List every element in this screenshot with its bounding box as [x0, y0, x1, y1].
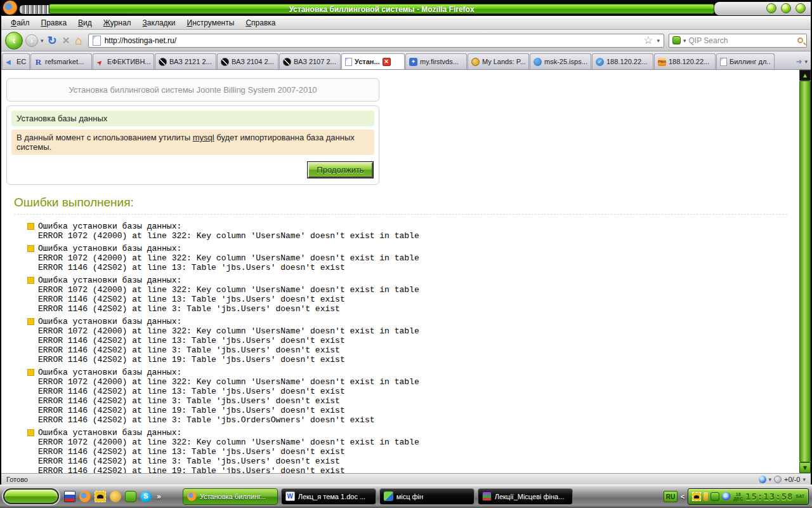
compass-favicon-icon: ✦ — [409, 58, 417, 66]
error-line: ERROR 1146 (42S02) at line 19: Table 'jb… — [38, 355, 419, 364]
tab-188-120-pma[interactable]: PMA 188.120.22... — [654, 53, 716, 69]
skype-shortcut-icon[interactable]: S — [140, 491, 152, 502]
menu-bookmarks[interactable]: Закладки — [137, 17, 181, 29]
menu-history[interactable]: Журнал — [98, 17, 137, 29]
tab-vaz-2121[interactable]: ВАЗ 2121 2... — [155, 53, 216, 69]
menu-edit[interactable]: Правка — [36, 17, 73, 29]
taskbar-button-lectures[interactable]: Лекції_Місцеві фіна... — [478, 488, 573, 505]
tab-msk25[interactable]: msk-25.isps... — [530, 53, 591, 69]
tab-firstvds[interactable]: ✦ my.firstvds... — [405, 53, 467, 69]
close-button[interactable] — [796, 3, 806, 13]
tray-clock-panel: 18 ДЕС 15:13:58 SAT — [688, 488, 809, 505]
step-note: В данный момент с использованием утилиты… — [11, 130, 374, 155]
history-dropdown-icon[interactable]: ▾ — [41, 37, 44, 44]
tab-es[interactable]: ◀ ЕС... — [2, 53, 30, 69]
folder-icon — [384, 491, 393, 501]
vaz-favicon-icon — [159, 58, 167, 66]
quick-launch-overflow-icon[interactable]: » — [155, 492, 162, 501]
firefox-shortcut-icon[interactable] — [79, 491, 91, 502]
counter-dropdown-icon[interactable]: ▾ — [802, 476, 806, 483]
thebat-shortcut-icon[interactable] — [95, 491, 106, 502]
vaz-favicon-icon — [221, 58, 229, 66]
mysql-link[interactable]: mysql — [193, 133, 214, 142]
tab-vaz-2104[interactable]: ВАЗ 2104 2... — [217, 53, 278, 69]
scroll-down-icon[interactable]: ▼ — [799, 462, 811, 473]
tab-ustanovka-active[interactable]: Устан... ✕ — [341, 53, 405, 69]
search-box: ▾ — [669, 34, 807, 48]
tab-overflow-controls: ➜ ▾ — [796, 57, 810, 69]
error-line: ERROR 1146 (42S02) at line 19: Table 'jb… — [38, 466, 419, 473]
icq-shortcut-icon[interactable] — [110, 491, 121, 502]
firefox-logo-icon[interactable] — [3, 1, 17, 15]
search-engine-dropdown-icon[interactable]: ▾ — [683, 37, 686, 44]
continue-button[interactable]: Продолжить — [308, 162, 373, 178]
search-icon[interactable] — [797, 37, 803, 43]
error-line: ERROR 1072 (42000) at line 322: Key colu… — [38, 438, 419, 447]
minimize-button[interactable] — [766, 3, 776, 13]
search-input[interactable] — [689, 36, 795, 45]
window-title-strip: Установка биллинговой системы - Mozilla … — [49, 4, 714, 14]
maximize-button[interactable] — [781, 3, 791, 13]
addon-blue-icon[interactable] — [759, 476, 766, 483]
tab-billing[interactable]: Биллинг дл... — [716, 53, 775, 69]
step-title: Установка базы данных — [11, 110, 374, 126]
errors-heading: Ошибки выполнения: — [14, 196, 795, 210]
isp-favicon-icon — [534, 58, 542, 66]
window-title: Установка биллинговой системы - Mozilla … — [289, 5, 474, 14]
scrollbar-thumb[interactable] — [799, 81, 811, 462]
vertical-scrollbar[interactable]: ▲ ▼ — [799, 70, 811, 473]
error-line: ERROR 1146 (42S02) at line 13: Table 'jb… — [38, 387, 419, 396]
tab-efektivn[interactable]: ➤ ЕФЕКТИВН... — [93, 53, 154, 69]
bullet-icon — [27, 277, 34, 284]
language-indicator[interactable]: RU — [664, 491, 678, 502]
system-tray: RU < 18 ДЕС 15:13:58 SAT — [664, 488, 809, 505]
tab-refsmarket[interactable]: R refsmarket... — [30, 53, 92, 69]
menu-tools[interactable]: Инструменты — [181, 17, 240, 29]
qip-shortcut-icon[interactable] — [125, 491, 136, 502]
stop-icon[interactable]: ✕ — [61, 35, 72, 46]
url-input[interactable] — [105, 36, 640, 45]
navigation-toolbar: ‹ › ▾ ↻ ✕ ⌂ ☆ ▾ ▾ — [1, 30, 811, 51]
addon-counter: +0/-0 — [784, 476, 800, 483]
addon-globe-icon[interactable] — [774, 476, 782, 483]
error-line: ERROR 1146 (42S02) at line 3: Table 'jbs… — [38, 304, 419, 314]
tab-close-icon[interactable]: ✕ — [383, 58, 391, 66]
tab-188-120-a[interactable]: ✓ 188.120.22... — [592, 53, 653, 69]
tab-list-dropdown-icon[interactable]: ▾ — [804, 58, 808, 65]
castle-favicon-icon — [471, 58, 480, 66]
tray-collapse-icon[interactable]: < — [681, 493, 684, 500]
back-button[interactable]: ‹ — [5, 32, 23, 50]
error-line: ERROR 1072 (42000) at line 322: Key colu… — [38, 377, 419, 387]
forward-button[interactable]: › — [25, 34, 38, 47]
refresh-icon[interactable]: ↻ — [46, 34, 58, 48]
bolt-tray-icon[interactable] — [704, 492, 708, 501]
menu-view[interactable]: Вид — [72, 17, 98, 29]
scroll-up-icon[interactable]: ▲ — [799, 70, 811, 81]
taskbar-button-misc-fin[interactable]: місц фін — [379, 488, 475, 505]
menu-file[interactable]: Файл — [5, 17, 36, 29]
tab-vaz-2107[interactable]: ВАЗ 2107 2... — [279, 53, 341, 69]
bookmark-dropdown-icon[interactable]: ▾ — [657, 37, 660, 44]
save-shortcut-icon[interactable] — [64, 491, 75, 502]
error-line: ERROR 1146 (42S02) at line 13: Table 'jb… — [38, 295, 419, 304]
taskbar-button-word-doc[interactable]: W Лекц_я тема 1.doc ... — [281, 488, 376, 505]
bookmark-star-icon[interactable]: ☆ — [643, 34, 653, 47]
tab-mylands[interactable]: My Lands: P... — [468, 53, 529, 69]
start-button[interactable] — [3, 488, 59, 504]
home-icon[interactable]: ⌂ — [74, 34, 83, 48]
qip-search-engine-icon[interactable] — [672, 36, 681, 44]
addon-dropdown-icon[interactable]: ▾ — [769, 476, 772, 483]
error-line: ERROR 1146 (42S02) at line 13: Table 'jb… — [38, 263, 419, 272]
button-row: Продолжить — [11, 155, 374, 180]
thebat-tray-icon[interactable] — [692, 492, 701, 501]
error-line: ERROR 1072 (42000) at line 322: Key colu… — [38, 231, 419, 241]
network-tray-icon[interactable] — [722, 492, 731, 501]
qip-tray-icon[interactable] — [710, 492, 719, 501]
error-line: ERROR 1146 (42S02) at line 3: Table 'jbs… — [38, 396, 419, 406]
bullet-icon — [27, 369, 34, 376]
tab-scroll-right-icon[interactable]: ➜ — [796, 57, 802, 66]
status-addons: ▾ +0/-0 ▾ — [759, 476, 806, 483]
taskbar-button-firefox[interactable]: Установка биллинг... — [183, 488, 278, 505]
menu-bar: Файл Правка Вид Журнал Закладки Инструме… — [1, 16, 811, 30]
menu-help[interactable]: Справка — [240, 17, 281, 29]
